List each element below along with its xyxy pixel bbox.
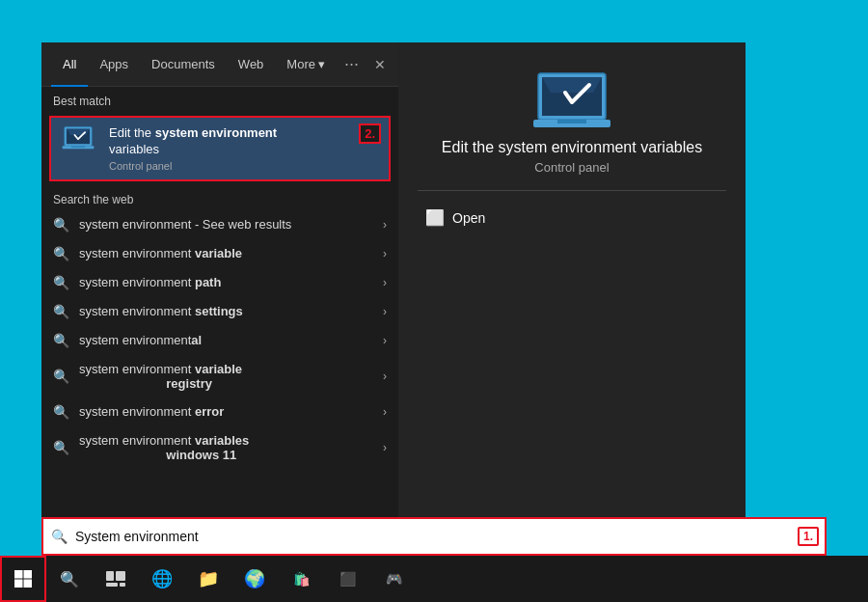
svg-rect-15 <box>116 571 125 581</box>
tabs-bar: All Apps Documents Web More ▾ ··· ✕ <box>41 42 398 87</box>
search-icon: 🔍 <box>53 246 69 261</box>
left-panel: All Apps Documents Web More ▾ ··· ✕ Best… <box>41 42 398 517</box>
best-match-content: Edit the system environmentvariables Con… <box>109 125 379 172</box>
windows-icon <box>14 569 33 588</box>
tab-documents[interactable]: Documents <box>140 42 227 87</box>
web-result-item[interactable]: 🔍 system environmental › <box>41 326 398 355</box>
search-icon: 🔍 <box>53 275 69 290</box>
search-input[interactable]: System environment <box>75 529 798 544</box>
web-result-text: system environmental <box>79 333 383 347</box>
best-match-badge: 2. <box>359 123 381 144</box>
web-result-item[interactable]: 🔍 system environment error › <box>41 397 398 426</box>
svg-rect-14 <box>106 571 114 581</box>
right-panel: Edit the system environment variables Co… <box>398 42 746 517</box>
svg-rect-10 <box>14 570 23 579</box>
more-options-button[interactable]: ··· <box>337 54 366 74</box>
chevron-right-icon: › <box>383 405 387 419</box>
svg-rect-13 <box>24 580 33 588</box>
app-big-title: Edit the system environment variables <box>442 139 702 156</box>
taskbar-edge-icon[interactable]: 🌐 <box>139 556 185 602</box>
taskbar-app-icon[interactable]: 🎮 <box>370 556 417 602</box>
tab-all[interactable]: All <box>51 42 88 87</box>
close-button[interactable]: ✕ <box>366 57 393 72</box>
app-big-subtitle: Control panel <box>534 160 609 175</box>
web-result-text: system environment settings <box>79 304 383 318</box>
search-icon: 🔍 <box>53 333 69 348</box>
app-large-icon <box>533 71 610 139</box>
web-result-text: system environment error <box>79 404 383 419</box>
svg-rect-4 <box>71 146 85 147</box>
search-bar-icon: 🔍 <box>43 529 75 544</box>
divider <box>418 190 726 191</box>
web-section-label: Search the web <box>41 185 398 210</box>
taskbar-search-icon[interactable]: 🔍 <box>46 556 93 602</box>
chevron-right-icon: › <box>383 334 387 347</box>
taskbar: 🔍 🌐 📁 🌍 🛍️ ⬛ 🎮 <box>0 556 868 602</box>
web-result-text: system environment variables windows 11 <box>79 433 383 462</box>
tab-apps[interactable]: Apps <box>88 42 140 87</box>
best-match-item[interactable]: Edit the system environmentvariables Con… <box>49 116 391 181</box>
taskbar-store-icon[interactable]: 🛍️ <box>278 556 324 602</box>
search-bar-badge: 1. <box>798 527 819 546</box>
taskbar-taskview-icon[interactable] <box>93 556 139 602</box>
svg-marker-7 <box>542 77 602 93</box>
best-match-label: Best match <box>41 87 398 112</box>
web-result-text: system environment variable <box>79 246 383 260</box>
svg-rect-12 <box>14 580 23 588</box>
search-icon: 🔍 <box>53 217 69 233</box>
chevron-right-icon: › <box>383 441 387 454</box>
web-result-text: system environment path <box>79 275 383 289</box>
tab-more[interactable]: More ▾ <box>275 42 337 87</box>
web-result-item[interactable]: 🔍 system environment settings › <box>41 297 398 326</box>
web-result-item[interactable]: 🔍 system environment variable › <box>41 239 398 268</box>
svg-rect-17 <box>120 583 125 587</box>
svg-rect-11 <box>24 570 33 579</box>
chevron-down-icon: ▾ <box>318 57 325 71</box>
taskbar-explorer-icon[interactable]: 📁 <box>185 556 231 602</box>
web-result-text: system environment - See web results <box>79 217 383 232</box>
web-result-item[interactable]: 🔍 system environment - See web results › <box>41 210 398 239</box>
web-result-item[interactable]: 🔍 system environment path › <box>41 268 398 297</box>
start-menu: All Apps Documents Web More ▾ ··· ✕ Best… <box>41 42 746 517</box>
best-match-subtitle: Control panel <box>109 160 379 172</box>
search-icon: 🔍 <box>53 440 69 455</box>
search-icon: 🔍 <box>53 304 69 319</box>
open-icon: ⬜ <box>425 208 445 227</box>
open-label: Open <box>452 210 485 226</box>
chevron-right-icon: › <box>383 247 387 260</box>
search-icon: 🔍 <box>53 404 69 420</box>
web-result-item[interactable]: 🔍 system environment variable registry › <box>41 355 398 397</box>
best-match-title: Edit the system environmentvariables <box>109 125 379 158</box>
chevron-right-icon: › <box>383 369 387 383</box>
start-button[interactable] <box>0 556 46 602</box>
open-button[interactable]: ⬜ Open <box>418 205 493 231</box>
svg-rect-9 <box>557 120 586 123</box>
search-bar-container: 🔍 System environment 1. <box>41 517 827 556</box>
chevron-right-icon: › <box>383 218 387 232</box>
svg-rect-16 <box>106 583 118 587</box>
web-result-text: system environment variable registry <box>79 362 383 391</box>
chevron-right-icon: › <box>383 305 387 318</box>
app-icon <box>61 125 99 164</box>
svg-marker-2 <box>67 129 90 135</box>
web-result-item[interactable]: 🔍 system environment variables windows 1… <box>41 426 398 469</box>
search-icon: 🔍 <box>53 369 69 384</box>
tab-web[interactable]: Web <box>227 42 276 87</box>
taskbar-terminal-icon[interactable]: ⬛ <box>324 556 370 602</box>
chevron-right-icon: › <box>383 276 387 289</box>
taskbar-chrome-icon[interactable]: 🌍 <box>231 556 278 602</box>
